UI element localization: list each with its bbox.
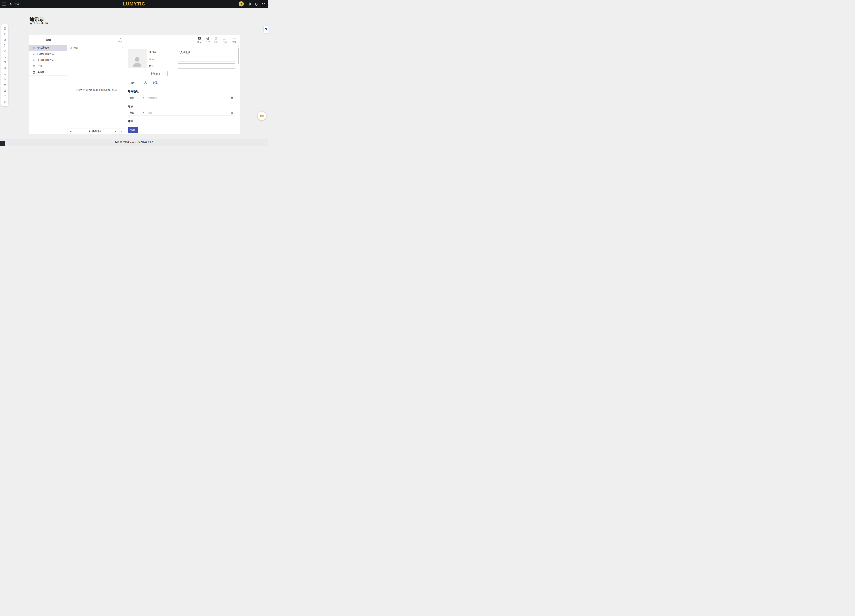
create-contact-button[interactable]: 建立 [197,37,201,43]
group-item-suppliers[interactable]: 供应商 [29,69,67,76]
contact-list-pane: 选择 列表为空 请使用 添加 按钮添加新的记录 « ‹ 未找到联系人。 › » [67,35,125,134]
name-fields: 通讯录 个人通讯录 名字 姓氏 [149,49,235,69]
group-item-agents[interactable]: 代理 [29,63,67,69]
chevron-down-icon[interactable] [120,47,123,49]
address-book-icon [33,53,35,55]
phone-input[interactable] [146,110,229,116]
rail-item-tasks[interactable] [2,54,8,60]
rail-item-ledger[interactable] [2,99,8,105]
table-icon [3,101,6,103]
select-tool[interactable]: 选择 [118,37,123,43]
menu-button[interactable] [0,0,8,8]
rail-item-mail[interactable] [2,37,8,43]
address-book-icon [33,59,35,61]
detail-scrollbar[interactable] [238,45,240,125]
rail-item-dashboard[interactable] [2,26,8,31]
rail-item-archive[interactable] [2,60,8,65]
contact-identity-row: 通讯录 个人通讯录 名字 姓氏 [128,49,235,69]
search-icon [10,3,13,6]
tool-label: 打印 [206,41,210,43]
delete-button[interactable]: 删除 [214,37,218,43]
scrollbar-thumb[interactable] [238,48,239,64]
first-page-button[interactable]: « [70,130,72,133]
rail-item-store[interactable] [2,88,8,93]
chatbot-button[interactable] [257,112,266,120]
select-tool-label: 选择 [118,40,123,43]
download-icon [222,37,226,40]
detail-footer: 保存 [125,125,240,134]
sort-arrows-icon [143,97,145,99]
group-item-collected[interactable]: 已收集的收件人 [29,51,67,57]
rail-item-contacts[interactable] [2,31,8,37]
rail-item-package[interactable] [2,43,8,48]
next-page-button[interactable]: › [115,130,116,133]
payments-side-tab[interactable]: $ [264,26,268,33]
dashboard-icon [3,27,6,30]
phone-row: 家庭 [128,110,235,116]
scroll-down-icon[interactable] [238,123,239,125]
phone-type-select[interactable]: 家庭 [128,110,146,116]
add-entry-value: 新增条目... [151,72,162,75]
more-button[interactable]: 更多 [232,37,236,43]
pagination-status: 未找到联系人。 [82,130,110,133]
group-item-label: 代理 [37,65,42,68]
export-button[interactable]: 导出 [222,37,228,43]
topbar-search[interactable]: 搜索 [10,2,42,6]
phone-type-value: 家庭 [130,111,135,115]
last-name-input[interactable] [178,63,235,69]
add-entry-select[interactable]: 新增条目... [149,71,168,76]
footer: 版权 © 2025 Lumytic - 发布版本 3.2.0 [0,139,268,146]
rail-item-settings[interactable] [2,48,8,54]
email-type-select[interactable]: 家庭 [128,95,146,101]
topbar-search-placeholder: 搜索 [14,2,19,6]
groups-pane: 分组 ⋮ 个人通讯录 已收集的收件人 受信任的发件人 代理 供应商 [29,35,67,134]
delete-email-button[interactable] [229,95,235,101]
tool-label: 删除 [214,41,218,43]
tab-attributes[interactable]: 属性 [128,79,139,86]
mail-icon[interactable] [262,2,265,6]
store-icon [3,89,6,92]
user-avatar[interactable]: T [239,2,244,6]
contact-search-input[interactable] [74,47,119,49]
groups-header: 分组 [35,38,61,41]
group-item-trusted[interactable]: 受信任的发件人 [29,57,67,63]
rail-item-team[interactable] [2,65,8,71]
tool-label: 导出 [223,41,227,43]
last-name-label: 姓氏 [149,64,178,68]
mail-icon [3,38,6,41]
globe-icon[interactable] [247,2,251,6]
print-button[interactable]: 打印 [206,37,210,43]
last-page-button[interactable]: » [121,130,123,133]
cart-icon [3,84,6,86]
email-input[interactable] [146,95,229,101]
flag-icon [3,95,6,98]
breadcrumb-home-link[interactable]: 主页 [33,22,38,25]
delete-phone-button[interactable] [229,110,235,116]
rail-item-cart[interactable] [2,82,8,88]
people-icon [3,67,6,69]
briefcase-icon [3,72,6,75]
trash-icon [215,37,218,40]
scroll-up-icon[interactable] [238,46,239,47]
save-button[interactable]: 保存 [128,127,138,133]
groups-menu-button[interactable]: ⋮ [61,38,67,42]
book-value: 个人通讯录 [178,51,190,54]
prev-page-button[interactable]: ‹ [77,130,77,133]
archive-icon [3,61,6,64]
rail-item-briefcase[interactable] [2,71,8,76]
group-item-label: 受信任的发件人 [37,59,54,62]
rail-item-flag[interactable] [2,93,8,99]
address-book-icon [33,65,35,68]
group-item-label: 供应商 [37,71,44,74]
tab-notes[interactable]: 备注 [150,79,160,86]
tool-label: 建立 [197,41,201,43]
tab-personal[interactable]: 个人 [139,79,150,86]
rail-item-tags[interactable] [2,76,8,82]
topbar-actions: T [239,2,268,6]
sort-arrows-icon [164,72,166,75]
address-section-title: 地址 [128,119,235,123]
first-name-input[interactable] [178,57,235,62]
bell-icon[interactable] [254,2,258,6]
group-item-personal[interactable]: 个人通讯录 [29,45,67,51]
list-header-bar: 选择 [67,35,125,45]
